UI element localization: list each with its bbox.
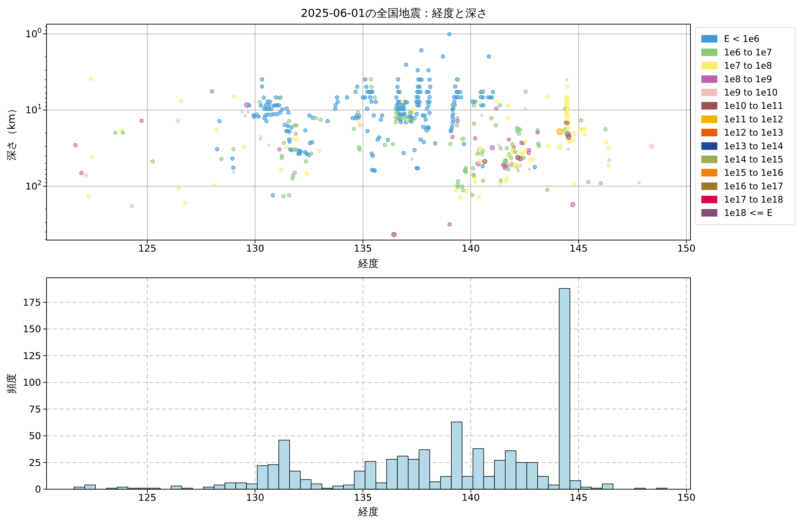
scatter-point [274,96,278,99]
scatter-point [326,119,329,123]
legend-swatch [701,142,717,150]
scatter-point [404,63,408,66]
scatter-point [357,119,361,123]
scatter-point [498,104,501,107]
scatter-point [286,124,290,128]
scatter-point [252,115,256,118]
scatter-point [566,85,569,89]
hist-ytick-label: 25 [29,457,41,468]
scatter-point [304,159,308,163]
scatter-point [400,116,404,120]
scatter-point [358,124,362,127]
scatter-point [509,156,513,159]
scatter-point [268,100,272,103]
scatter-point [507,116,510,120]
scatter-point [419,138,422,141]
scatter-point [578,128,582,131]
scatter-point [546,144,550,148]
scatter-point [580,119,583,122]
scatter-point [481,90,485,93]
hist-bar [570,481,581,490]
scatter-point [423,114,426,117]
legend-swatch [701,115,717,123]
legend-label: E < 1e6 [724,34,759,44]
scatter-point [420,78,423,81]
scatter-point [259,104,263,108]
scatter-point [478,101,481,104]
scatter-point [419,90,422,94]
scatter-point [607,147,610,150]
hist-bar [548,485,559,489]
scatter-point [258,100,262,104]
scatter-point [490,146,495,150]
scatter-point [456,78,460,81]
scatter-point [151,159,154,163]
scatter-point [80,171,83,175]
scatter-ylabel: 深さ（km） [5,104,18,161]
scatter-point [480,114,483,117]
hist-bar [386,459,397,489]
hist-bar [473,449,484,489]
scatter-point [499,179,502,182]
legend: E < 1e61e6 to 1e71e7 to 1e81e8 to 1e91e9… [695,27,795,225]
scatter-point [418,85,421,89]
scatter-point [280,168,283,172]
scatter-point [491,90,495,94]
scatter-ytick-label: 101 [25,102,42,115]
scatter-point [402,108,406,111]
legend-label: 1e8 to 1e9 [724,74,772,84]
scatter-point [449,142,452,146]
scatter-point [399,120,402,124]
scatter-point [277,103,281,107]
scatter-point [566,121,569,125]
scatter-point [232,95,236,99]
legend-label: 1e13 to 1e14 [724,141,783,151]
scatter-point [248,104,251,107]
scatter-point [424,118,428,121]
scatter-point [427,69,430,72]
scatter-point [546,188,549,191]
scatter-point [285,107,289,110]
scatter-point [499,147,502,150]
scatter-point [429,85,432,89]
scatter-point [405,101,409,104]
scatter-point [345,96,349,99]
chart-title: 2025-06-01の全国地震：経度と深さ [301,6,488,21]
scatter-point [557,145,562,150]
hist-axes-frame [46,278,690,489]
scatter-point [220,157,223,161]
scatter-point [247,111,249,113]
scatter-point [572,138,576,141]
scatter-point [452,104,456,107]
scatter-point [282,141,286,145]
scatter-point [391,142,395,146]
scatter-point [368,96,372,99]
scatter-point [269,113,273,116]
hist-bar [333,486,344,490]
scatter-point [373,96,377,99]
hist-bar [376,483,387,489]
scatter-point [476,152,480,155]
hist-bar [419,450,430,489]
legend-label: 1e7 to 1e8 [724,60,772,71]
scatter-point [463,169,467,173]
scatter-point [422,125,425,129]
scatter-point [513,150,517,154]
legend-item: 1e13 to 1e14 [701,141,795,151]
hist-bar [279,440,290,489]
legend-swatch [701,209,717,216]
scatter-point [121,131,125,135]
hist-bar [225,483,236,489]
scatter-point [305,172,308,175]
scatter-point [584,133,587,136]
hist-bar [354,471,365,489]
legend-item: 1e15 to 1e16 [701,168,795,178]
scatter-point [394,120,397,124]
scatter-point [494,107,498,110]
hist-ytick-label: 125 [23,350,41,361]
scatter-point [265,119,268,123]
scatter-point [279,96,282,99]
scatter-point [517,132,521,136]
scatter-point [417,104,421,107]
scatter-ytick-label: 102 [25,179,42,192]
